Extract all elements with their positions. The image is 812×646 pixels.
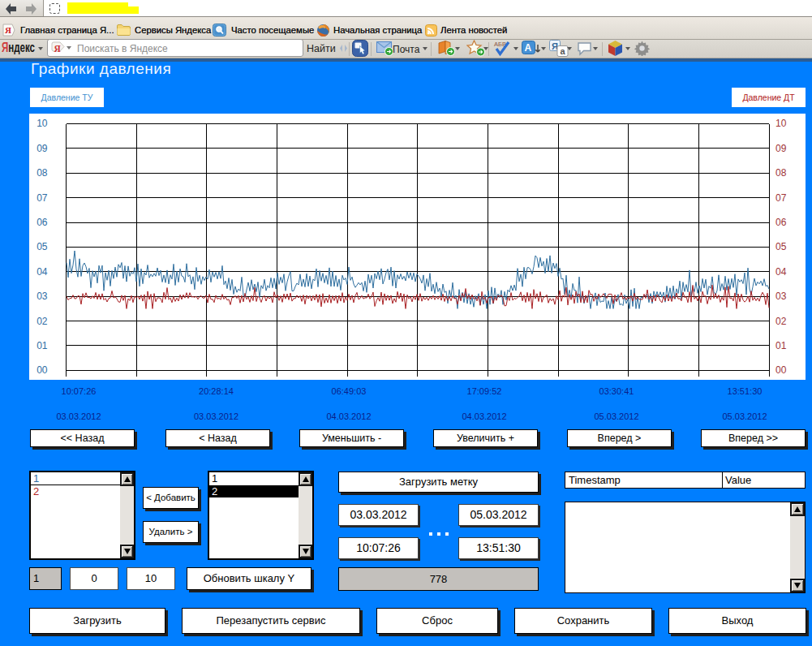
svg-text:08: 08	[775, 167, 787, 179]
svg-text:06: 06	[775, 217, 787, 228]
svg-text:02: 02	[775, 316, 787, 327]
svg-text:07: 07	[37, 192, 48, 204]
svg-text:Я: Я	[5, 25, 11, 35]
svg-text:06: 06	[37, 217, 48, 228]
svg-text:00: 00	[775, 364, 787, 376]
svg-text:04: 04	[775, 266, 787, 278]
svg-text:02: 02	[37, 316, 48, 327]
svg-text:04: 04	[37, 266, 48, 278]
svg-text:01: 01	[37, 340, 48, 351]
svg-text:01: 01	[775, 340, 787, 351]
svg-text:10: 10	[37, 118, 48, 129]
svg-text:00: 00	[37, 364, 48, 376]
svg-text:07: 07	[775, 192, 787, 204]
svg-text:а: а	[561, 46, 566, 56]
svg-text:А: А	[525, 42, 532, 54]
svg-text:10: 10	[775, 118, 787, 129]
svg-text:05: 05	[775, 241, 787, 252]
svg-text:09: 09	[775, 143, 787, 154]
svg-text:08: 08	[37, 167, 48, 179]
svg-text:03: 03	[775, 291, 787, 302]
svg-text:Я: Я	[54, 44, 62, 54]
svg-text:Яндекс: Яндекс	[2, 41, 35, 54]
svg-text:05: 05	[37, 241, 48, 252]
svg-text:09: 09	[37, 143, 48, 154]
svg-text:03: 03	[37, 291, 48, 302]
